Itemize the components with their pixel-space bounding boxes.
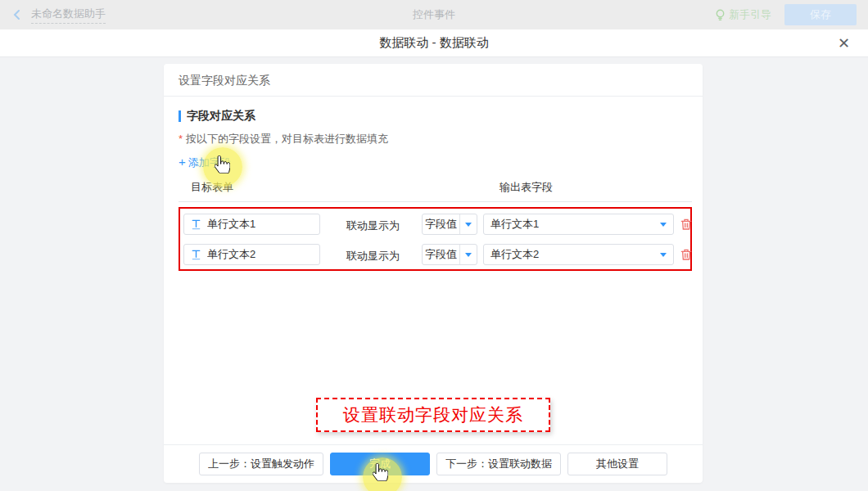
finish-button[interactable]: 完成 (330, 453, 430, 475)
tip-line: *按以下的字段设置，对目标表进行数据填充 (179, 132, 692, 146)
add-field-label: 添加字段 (188, 156, 231, 169)
other-settings-button[interactable]: 其他设置 (567, 453, 667, 475)
column-headers: 目标表单 输出表字段 (179, 180, 692, 195)
column-header-output-field: 输出表字段 (500, 180, 553, 195)
beginner-guide-label: 新手引导 (729, 7, 771, 22)
text-field-icon (191, 250, 201, 260)
close-icon[interactable]: ✕ (838, 34, 850, 53)
delete-row-icon[interactable] (680, 218, 693, 231)
mapping-row: 联动显示为 字段值 单行文本2 (183, 239, 688, 269)
modal-title: 数据联动 - 数据联动 (379, 35, 488, 51)
modal-titlebar: 数据联动 - 数据联动 ✕ (0, 29, 868, 57)
footer-button-bar: 上一步：设置触发动作 完成 下一步：设置联动数据 其他设置 (164, 444, 703, 483)
back-chevron-icon[interactable] (11, 9, 23, 20)
relation-label: 联动显示为 (346, 249, 400, 264)
mapping-row: 联动显示为 字段值 单行文本1 (183, 209, 688, 239)
caret-down-icon (459, 245, 477, 264)
annotation-callout: 设置联动字段对应关系 (316, 398, 550, 432)
delete-row-icon[interactable] (680, 248, 693, 261)
add-field-button[interactable]: +添加字段 (179, 155, 231, 170)
target-field-input[interactable] (183, 214, 320, 235)
target-field-value[interactable] (207, 249, 305, 261)
panel-header: 设置字段对应关系 (164, 64, 703, 97)
caret-down-icon (660, 223, 667, 227)
beginner-guide-link[interactable]: 新手引导 (715, 7, 771, 22)
save-button[interactable]: 保存 (784, 4, 857, 25)
next-step-button[interactable]: 下一步：设置联动数据 (436, 453, 561, 475)
tip-text: 按以下的字段设置，对目标表进行数据填充 (186, 133, 388, 145)
top-bar: 未命名数据助手 控件事件 新手引导 保存 (0, 0, 868, 29)
mapping-rows-highlight-box: 联动显示为 字段值 单行文本1 联动显示为 字段值 (179, 207, 692, 271)
output-field-select[interactable]: 单行文本1 (483, 214, 674, 235)
header-divider (179, 201, 692, 202)
value-type-select[interactable]: 字段值 (422, 214, 477, 235)
field-mapping-panel: 设置字段对应关系 字段对应关系 *按以下的字段设置，对目标表进行数据填充 +添加… (164, 64, 703, 483)
required-asterisk: * (179, 133, 183, 145)
document-title[interactable]: 未命名数据助手 (31, 7, 106, 24)
target-field-value[interactable] (207, 218, 305, 231)
bulb-icon (715, 9, 726, 21)
value-type-select[interactable]: 字段值 (422, 244, 477, 265)
annotation-text: 设置联动字段对应关系 (343, 403, 523, 426)
output-field-select[interactable]: 单行文本2 (483, 244, 674, 265)
column-header-target-form: 目标表单 (191, 180, 233, 195)
caret-down-icon (660, 253, 667, 257)
target-field-input[interactable] (183, 244, 320, 265)
text-field-icon (191, 219, 201, 230)
plus-icon: + (179, 155, 186, 169)
prev-step-button[interactable]: 上一步：设置触发动作 (199, 453, 323, 475)
relation-label: 联动显示为 (346, 218, 400, 233)
caret-down-icon (459, 214, 477, 234)
section-title: 字段对应关系 (187, 109, 255, 124)
section-accent-bar (179, 110, 181, 122)
